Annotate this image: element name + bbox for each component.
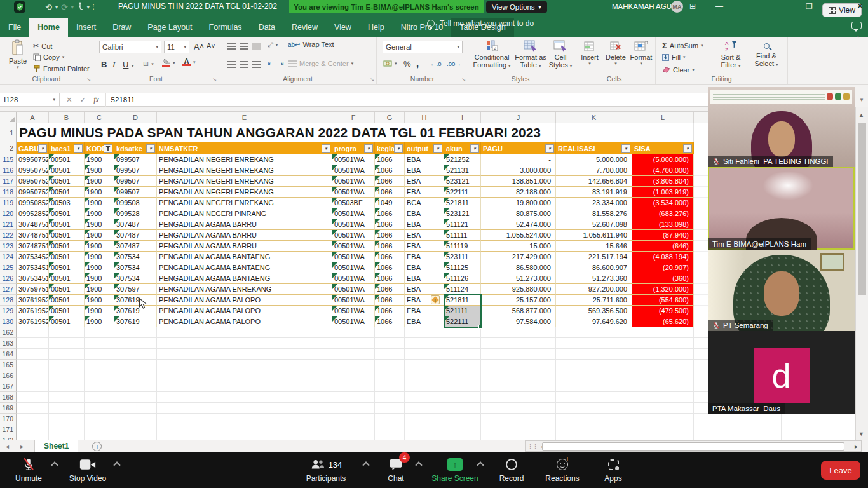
cell-gabung[interactable]: 307534511126 <box>17 273 49 284</box>
sheet-tab[interactable]: Sheet1 <box>34 440 78 453</box>
filter-button[interactable]: ▾ <box>38 144 47 153</box>
table-header-cell[interactable]: akun ▾ <box>444 142 481 154</box>
scroll-up-icon[interactable]: ▲ <box>858 112 864 118</box>
window-copy-icon[interactable]: ❐ <box>806 2 813 11</box>
cell-kodewil[interactable]: 1900 <box>85 176 114 187</box>
table-header-cell[interactable]: progra ▾ <box>332 142 375 154</box>
cell-program[interactable]: 00501WA <box>332 165 375 176</box>
cell-kdsatker[interactable]: 099507 <box>114 165 157 176</box>
font-size-select[interactable]: 11▾ <box>164 41 189 53</box>
cell-baes1[interactable]: 00501 <box>49 154 85 165</box>
cell-realisasi[interactable]: 7.700.000 <box>556 165 632 176</box>
row-number[interactable]: 162 <box>0 327 17 338</box>
row-number[interactable]: 170 <box>0 414 17 424</box>
bold-button[interactable]: B <box>101 60 107 69</box>
avatar[interactable]: MA <box>671 1 683 13</box>
cell-nmsatker[interactable]: PENGADILAN NEGERI ENREKANG <box>157 154 332 165</box>
cell-pagu[interactable]: 138.851.000 <box>481 176 556 187</box>
cell-kdsatker[interactable]: 099528 <box>114 208 157 219</box>
cell-pagu[interactable]: - <box>481 154 556 165</box>
cell-baes1[interactable]: 00501 <box>49 273 85 284</box>
cell-realisasi[interactable]: 51.273.360 <box>556 273 632 284</box>
autosum-button[interactable]: ΣAutoSum▾ <box>662 41 703 50</box>
cell-akun[interactable]: 511125 <box>444 262 481 273</box>
column-header[interactable]: I <box>444 112 481 123</box>
insert-cells-button[interactable]: Insert▾ <box>578 41 601 66</box>
dialog-launcher-icon[interactable]: ↘ <box>461 77 466 83</box>
cell-sisa[interactable]: (5.000.000) <box>632 154 694 165</box>
cell-akun[interactable]: 521252 <box>444 154 481 165</box>
grow-font-button[interactable]: A˄ <box>194 42 204 51</box>
row-number[interactable]: 124 <box>0 252 17 262</box>
cut-button[interactable]: ✂Cut <box>33 42 52 50</box>
cell-output[interactable]: EBA ! <box>405 219 444 230</box>
cell-kodewil[interactable]: 1900 <box>85 198 114 208</box>
cell-baes1[interactable]: 00501 <box>49 219 85 230</box>
error-checking-icon[interactable]: ! <box>431 295 440 304</box>
cell-kegiatan[interactable]: 1066 <box>375 306 405 316</box>
row-number[interactable]: 126 <box>0 273 17 284</box>
row-number[interactable]: 118 <box>0 187 17 198</box>
decrease-indent-button[interactable]: ⇤ <box>268 60 273 68</box>
horizontal-scrollbar[interactable]: ⋮⋮ ◂ ▸ <box>525 440 862 452</box>
cell-kegiatan[interactable]: 1066 <box>375 219 405 230</box>
cell-gabung[interactable]: 307487511121 <box>17 219 49 230</box>
sheet-nav-right-icon[interactable]: ▸ <box>15 443 29 450</box>
cell-kegiatan[interactable]: 1066 <box>375 230 405 241</box>
cell-styles-button[interactable]: Cell Styles ▾ <box>548 39 573 70</box>
share-screen-button[interactable]: ↑ Share Screen <box>423 456 487 483</box>
cell-sisa[interactable]: (683.276) <box>632 208 694 219</box>
conditional-formatting-button[interactable]: ≠ Conditional Formatting ▾ <box>472 39 512 70</box>
table-header-cell[interactable]: KODE W ▾ <box>85 142 114 154</box>
italic-button[interactable]: I <box>112 60 115 70</box>
sheet-nav-left-icon[interactable]: ◂ <box>0 443 15 450</box>
video-tile[interactable]: PT Semarang <box>708 250 855 331</box>
ribbon-tab[interactable]: Home <box>29 18 68 37</box>
cell-gabung[interactable]: 099507523121 <box>17 176 49 187</box>
cell-baes1[interactable]: 00501 <box>49 176 85 187</box>
table-header-cell[interactable]: PAGU ▾ <box>481 142 556 154</box>
increase-decimal-button[interactable]: ←.0 <box>430 60 441 67</box>
row-number[interactable]: 115 <box>0 154 17 165</box>
cell-kdsatker[interactable]: 307487 <box>114 241 157 252</box>
cell-kegiatan[interactable]: 1066 <box>375 295 405 306</box>
increase-indent-button[interactable]: ⇥ <box>278 60 283 68</box>
video-tile[interactable]: Tim E-BIMA@eIPLANS Ham <box>708 167 855 250</box>
cell-output[interactable]: EBA ! <box>405 295 444 306</box>
cell-akun[interactable]: 522111 <box>444 316 481 327</box>
cell-program[interactable]: 00501WA <box>332 241 375 252</box>
cell-program[interactable]: 00501WA <box>332 208 375 219</box>
cell-output[interactable]: EBA ! <box>405 165 444 176</box>
row-number[interactable]: 121 <box>0 219 17 230</box>
cell-pagu[interactable]: 97.584.000 <box>481 316 556 327</box>
delete-cells-button[interactable]: Delete▾ <box>604 41 628 66</box>
cell-kdsatker[interactable]: 307487 <box>114 219 157 230</box>
cell-pagu[interactable]: 19.800.000 <box>481 198 556 208</box>
ribbon-tab[interactable]: View <box>326 18 360 37</box>
paste-button[interactable]: Paste ▾ <box>6 39 29 70</box>
cell-pagu[interactable]: 52.474.000 <box>481 219 556 230</box>
redo-icon[interactable]: ⟳ <box>59 3 70 12</box>
orientation-button[interactable]: ⤢▾ <box>268 41 278 49</box>
table-header-cell[interactable]: GABUN ▾ <box>17 142 49 154</box>
row-number[interactable]: 164 <box>0 349 17 360</box>
cell-program[interactable]: 00501WA <box>332 262 375 273</box>
cell-nmsatker[interactable]: PENGADILAN AGAMA BANTAENG <box>157 252 332 262</box>
cell-kdsatker[interactable]: 099508 <box>114 198 157 208</box>
cell-nmsatker[interactable]: PENGADILAN AGAMA ENREKANG <box>157 284 332 295</box>
cell-kegiatan[interactable]: 1066 <box>375 273 405 284</box>
column-header[interactable]: L <box>632 112 694 123</box>
row-number[interactable]: 165 <box>0 360 17 370</box>
scroll-right-icon[interactable]: ▸ <box>851 443 861 450</box>
leave-button[interactable]: Leave <box>821 461 860 480</box>
cell-pagu[interactable]: 925.880.000 <box>481 284 556 295</box>
cell-kodewil[interactable]: 1900 <box>85 219 114 230</box>
cell-akun[interactable]: 521811 <box>444 198 481 208</box>
cell-kdsatker[interactable]: 099507 <box>114 154 157 165</box>
cell-gabung[interactable]: 099508521811 <box>17 198 49 208</box>
column-header[interactable]: J <box>481 112 556 123</box>
vertical-scrollbar[interactable]: ▲ ▼ <box>855 107 868 440</box>
dialog-launcher-icon[interactable]: ↘ <box>370 77 374 83</box>
cell-gabung[interactable]: 307619521811 <box>17 295 49 306</box>
cell-realisasi[interactable]: 5.000.000 <box>556 154 632 165</box>
